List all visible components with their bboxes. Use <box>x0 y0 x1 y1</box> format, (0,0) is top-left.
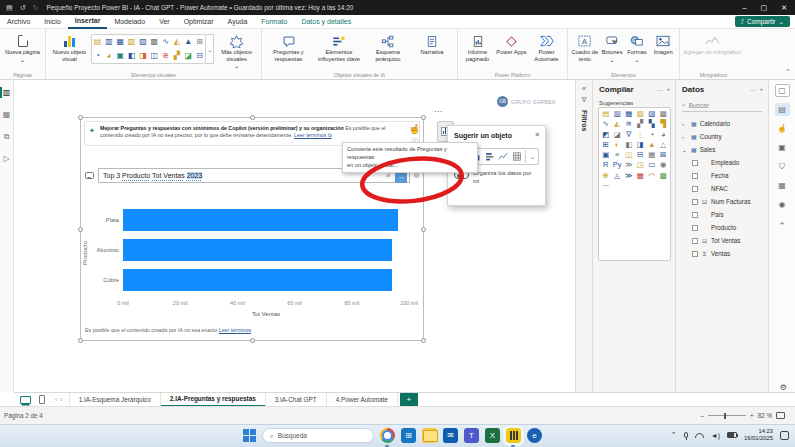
table-row[interactable]: ⌄ ▦ Sales <box>676 143 768 156</box>
visual-type-icon[interactable]: ≋ <box>626 120 632 128</box>
bar-aluminio[interactable] <box>123 239 392 261</box>
select-icon[interactable]: ☝ <box>775 122 790 135</box>
page-tab[interactable]: 3.IA-Chat GPT <box>266 393 327 407</box>
qna-visual-button[interactable]: Preguntas y respuestas <box>264 32 313 62</box>
popup-close-icon[interactable]: ✕ <box>535 131 540 139</box>
taskbar-app-powerbi[interactable] <box>506 428 521 443</box>
desktop-view-icon[interactable] <box>20 396 31 404</box>
bar-plata[interactable] <box>123 209 398 231</box>
data-pane-icon[interactable]: ▢ <box>775 84 790 97</box>
build-visual-icon[interactable]: ▤ <box>775 103 790 116</box>
visual-type-icon[interactable]: ⊞ <box>196 38 203 46</box>
more-types-icon[interactable]: ⌄ <box>527 149 538 164</box>
tray-overflow-icon[interactable]: ⌃ <box>671 431 677 439</box>
visual-type-icon[interactable]: ▲ <box>648 141 655 149</box>
visual-type-icon[interactable]: ⊟ <box>637 151 643 159</box>
undo-icon[interactable]: ↺ <box>20 4 26 12</box>
field-checkbox[interactable] <box>692 225 698 231</box>
menu-tab[interactable]: Ver <box>152 15 177 29</box>
image-button[interactable]: Imagen <box>649 32 677 56</box>
visual-type-icon[interactable]: ◬ <box>614 172 620 180</box>
visual-gallery-scroll[interactable]: ⌄ <box>206 34 214 64</box>
data-more-icon[interactable]: ⋯ <box>750 86 756 93</box>
visual-type-icon[interactable]: ◕ <box>661 131 666 139</box>
field-row[interactable]: Empleado <box>676 156 768 169</box>
sparkline-button[interactable]: Agregar un minigráfico <box>682 32 742 56</box>
zoom-in-icon[interactable]: + <box>750 412 754 419</box>
expand-chevron-icon[interactable]: › <box>682 121 688 127</box>
expand-chevron-icon[interactable]: ⌄ <box>682 147 688 153</box>
power-automate-button[interactable]: Power Automate <box>528 32 565 62</box>
visual-type-icon[interactable]: ⊠ <box>660 151 666 159</box>
resize-handle[interactable] <box>78 115 83 120</box>
fit-to-page-icon[interactable] <box>776 412 785 419</box>
share-button[interactable]: ⤴ Compartir ⌄ <box>735 16 790 27</box>
shapes-button[interactable]: Formas⌄ <box>624 32 649 63</box>
visual-type-icon[interactable]: ◠ <box>648 172 655 180</box>
expand-filters-icon[interactable]: « <box>582 85 586 92</box>
bookmark-icon[interactable]: ⛉ <box>775 160 790 173</box>
visual-type-icon[interactable]: ▣ <box>602 151 609 159</box>
build-more-icon[interactable]: ⋯ <box>657 86 663 93</box>
dax-view-button[interactable]: ▷ <box>0 152 14 165</box>
taskbar-app-store[interactable]: ⊞ <box>401 428 416 443</box>
visual-type-icon[interactable]: ⋯ <box>602 182 610 190</box>
minimize-button[interactable]: – <box>743 4 747 12</box>
visual-type-icon[interactable]: ◭ <box>174 38 180 46</box>
decomposition-tree-button[interactable]: Esquema jerárquico <box>365 32 411 62</box>
line-chart-type-icon[interactable] <box>496 149 510 164</box>
bar-cobre[interactable] <box>123 269 392 291</box>
taskbar-search[interactable]: ⌕ Búsqueda <box>262 428 374 443</box>
save-icon[interactable]: ▤ <box>6 4 13 12</box>
field-checkbox[interactable] <box>692 160 698 166</box>
format-visual-icon[interactable]: ▣ <box>775 141 790 154</box>
table-row[interactable]: › ▦ Country <box>676 130 768 143</box>
footer-terms-link[interactable]: Leer términos <box>219 327 251 333</box>
redo-icon[interactable]: ↻ <box>33 4 39 12</box>
field-row[interactable]: NFAC <box>676 182 768 195</box>
visual-type-icon[interactable]: ◐ <box>615 141 620 149</box>
menu-tab[interactable]: Archivo <box>0 15 37 29</box>
field-row[interactable]: Producto <box>676 221 768 234</box>
expand-chevron-icon[interactable]: › <box>682 134 688 140</box>
visual-type-icon[interactable]: ◫ <box>625 151 632 159</box>
resize-handle[interactable] <box>421 338 426 343</box>
add-icon[interactable]: + <box>775 217 790 230</box>
visual-type-icon[interactable]: ⊕ <box>603 172 609 180</box>
power-apps-button[interactable]: Power Apps <box>495 32 528 56</box>
new-visual-button[interactable]: Nuevo objeto visual <box>48 32 91 62</box>
visual-type-icon[interactable]: ◫ <box>150 52 158 60</box>
microphone-icon[interactable] <box>684 432 688 438</box>
mobile-view-icon[interactable] <box>39 395 45 404</box>
visual-type-icon[interactable]: ▥ <box>614 110 621 118</box>
tab-nav-arrows[interactable]: ‹› <box>55 396 66 403</box>
resize-handle[interactable] <box>421 115 426 120</box>
snapshot-icon[interactable]: ◉ <box>775 198 790 211</box>
new-page-tab-button[interactable]: + <box>400 393 418 406</box>
menu-tab[interactable]: Inicio <box>37 15 67 29</box>
field-checkbox[interactable] <box>692 212 698 218</box>
taskbar-app-explorer[interactable] <box>422 428 437 443</box>
visual-type-icon[interactable]: ▨ <box>139 38 147 46</box>
page-tab[interactable]: 2.IA-Preguntas y respuestas <box>161 393 266 407</box>
visual-gallery[interactable]: ▤ ▥ ▦ ▧ ▨ ▩ ∿ ◭ ▲ ⊞ ◔ ◕ ▣ ◧ ◨ ◫ ≋ ▞ ◪ ⊟ <box>91 34 206 64</box>
field-checkbox[interactable] <box>692 186 698 192</box>
table-type-icon[interactable] <box>510 149 524 164</box>
table-row[interactable]: › ▦ Calendario <box>676 117 768 130</box>
collapse-ribbon-icon[interactable]: ⌃ <box>785 68 791 76</box>
report-canvas[interactable]: GB GRUPO GARBEN ✦ Mejorar Preguntas y re… <box>14 80 575 392</box>
battery-icon[interactable] <box>727 432 737 438</box>
key-influencers-button[interactable]: Elementos influyentes clave <box>313 32 365 62</box>
visual-type-icon[interactable]: ▣ <box>117 52 125 60</box>
paginated-report-button[interactable]: Informe paginado <box>460 32 495 62</box>
build-collapse-icon[interactable]: » <box>667 86 670 93</box>
visual-type-icon[interactable]: ▜ <box>660 120 666 128</box>
page-tab[interactable]: 4.Power Automate <box>327 393 398 407</box>
taskbar-app-outlook[interactable]: ✉ <box>443 428 458 443</box>
visual-type-icon[interactable]: ◩ <box>602 131 609 139</box>
buttons-button[interactable]: Botones⌄ <box>600 32 625 63</box>
banner-terms-link[interactable]: Leer términos ⧉ <box>294 132 332 138</box>
menu-tab[interactable]: Datos y detalles <box>294 15 358 29</box>
stacked-bar-type-icon[interactable] <box>483 149 497 164</box>
close-button[interactable]: ✕ <box>781 4 787 12</box>
